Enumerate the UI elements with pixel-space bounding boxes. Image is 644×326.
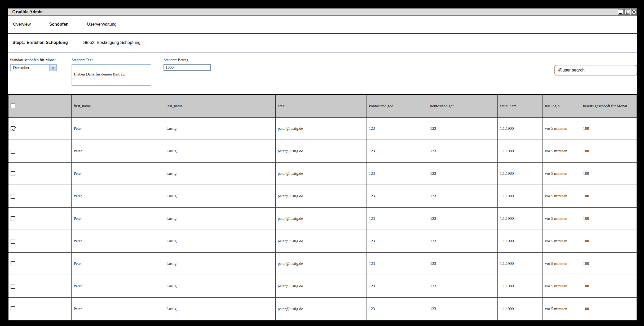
minimize-button[interactable] bbox=[618, 9, 624, 15]
standard-text-value: Lieben Dank für deinen Beitrag bbox=[74, 72, 125, 76]
table-column-header[interactable]: bereits geschöpft für Monat bbox=[581, 95, 637, 118]
cell-email: peter@lustig.de bbox=[276, 140, 367, 163]
cell-last-login: vor 5 minuten bbox=[543, 275, 581, 298]
user-table: first_namelast_nameemailkontostand gddko… bbox=[8, 94, 637, 320]
cell-email: peter@lustig.de bbox=[276, 253, 367, 275]
standard-text-textarea[interactable]: Lieben Dank für deinen Beitrag bbox=[72, 64, 151, 86]
table-column-header[interactable]: email bbox=[276, 95, 367, 118]
amount-input[interactable] bbox=[164, 64, 211, 71]
cell-first-name: Peter bbox=[72, 118, 164, 140]
cell-first-name: Peter bbox=[72, 208, 164, 230]
row-checkbox[interactable] bbox=[11, 261, 15, 266]
cell-kontostand-gdd: 123 bbox=[367, 208, 428, 230]
row-select-cell bbox=[8, 185, 72, 208]
cell-kontostand-gdt: 123 bbox=[428, 253, 498, 275]
row-checkbox[interactable] bbox=[11, 216, 15, 221]
chevron-down-icon[interactable] bbox=[49, 65, 56, 71]
cell-kontostand-gdd: 123 bbox=[367, 140, 428, 163]
cell-erstellt-am: 1.1.1900 bbox=[498, 208, 543, 230]
cell-last-name: Lustig bbox=[164, 253, 276, 275]
cell-kontostand-gdt: 123 bbox=[428, 298, 498, 320]
cell-last-name: Lustig bbox=[164, 208, 276, 230]
row-select-cell bbox=[8, 298, 72, 320]
cell-email: peter@lustig.de bbox=[276, 185, 367, 208]
cell-first-name: Peter bbox=[72, 140, 164, 163]
cell-last-login: vor 5 minuten bbox=[543, 118, 581, 140]
window-controls bbox=[618, 9, 637, 15]
row-select-cell bbox=[8, 208, 72, 230]
creation-form: Standart schöpfen für Monat Dezember Sta… bbox=[8, 52, 637, 94]
step2-tab[interactable]: Step2: Bestätigung Schöpfung bbox=[83, 40, 140, 45]
table-column-header[interactable] bbox=[8, 95, 72, 118]
cell-bereits-geschoepft: 100 bbox=[581, 253, 637, 275]
cell-first-name: Peter bbox=[72, 230, 164, 253]
month-select[interactable]: Dezember bbox=[10, 64, 57, 71]
cell-kontostand-gdd: 123 bbox=[367, 185, 428, 208]
cell-kontostand-gdd: 123 bbox=[367, 118, 428, 140]
cell-last-name: Lustig bbox=[164, 140, 276, 163]
month-select-value: Dezember bbox=[11, 65, 49, 71]
row-checkbox[interactable] bbox=[11, 284, 15, 289]
table-column-header[interactable]: erstellt am bbox=[498, 95, 543, 118]
row-checkbox[interactable] bbox=[11, 194, 15, 199]
cell-last-login: vor 5 minuten bbox=[543, 208, 581, 230]
user-search-input[interactable] bbox=[554, 65, 637, 75]
table-column-header[interactable]: last login bbox=[543, 95, 581, 118]
row-checkbox[interactable] bbox=[11, 171, 15, 176]
cell-bereits-geschoepft: 100 bbox=[581, 163, 637, 185]
cell-kontostand-gdd: 123 bbox=[367, 275, 428, 298]
cell-last-login: vor 5 minuten bbox=[543, 185, 581, 208]
row-select-cell bbox=[8, 163, 72, 185]
check-icon bbox=[11, 126, 16, 132]
cell-first-name: Peter bbox=[72, 298, 164, 320]
table-column-header[interactable]: kontostand gdt bbox=[428, 95, 498, 118]
cell-email: peter@lustig.de bbox=[276, 275, 367, 298]
step1-tab[interactable]: Step1: Erstellen Schöpfung bbox=[12, 40, 68, 45]
row-checkbox[interactable] bbox=[11, 126, 15, 131]
table-column-header[interactable]: first_name bbox=[72, 95, 164, 118]
cell-kontostand-gdt: 123 bbox=[428, 118, 498, 140]
month-select-label: Standart schöpfen für Monat bbox=[10, 58, 56, 62]
cell-kontostand-gdd: 123 bbox=[367, 253, 428, 275]
cell-erstellt-am: 1.1.1900 bbox=[498, 118, 543, 140]
cell-last-name: Lustig bbox=[164, 230, 276, 253]
cell-first-name: Peter bbox=[72, 275, 164, 298]
row-select-cell bbox=[8, 253, 72, 275]
cell-last-name: Lustig bbox=[164, 163, 276, 185]
row-checkbox[interactable] bbox=[11, 306, 15, 311]
tab-schoepfen[interactable]: Schöpfen bbox=[49, 22, 69, 27]
tab-overview[interactable]: Overview bbox=[13, 22, 31, 27]
cell-kontostand-gdt: 123 bbox=[428, 208, 498, 230]
tab-userverwaltung[interactable]: Userverwaltung bbox=[87, 22, 117, 27]
cell-kontostand-gdd: 123 bbox=[367, 163, 428, 185]
row-checkbox[interactable] bbox=[11, 239, 15, 244]
cell-bereits-geschoepft: 100 bbox=[581, 118, 637, 140]
cell-last-name: Lustig bbox=[164, 118, 276, 140]
cell-kontostand-gdt: 123 bbox=[428, 275, 498, 298]
cell-bereits-geschoepft: 100 bbox=[581, 140, 637, 163]
cell-email: peter@lustig.de bbox=[276, 208, 367, 230]
cell-first-name: Peter bbox=[72, 253, 164, 275]
cell-email: peter@lustig.de bbox=[276, 163, 367, 185]
close-icon bbox=[632, 10, 636, 14]
cell-erstellt-am: 1.1.1900 bbox=[498, 253, 543, 275]
select-all-checkbox[interactable] bbox=[11, 104, 15, 108]
cell-kontostand-gdt: 123 bbox=[428, 185, 498, 208]
app-window: Gradido Admin Overview Schöpfen Userverw… bbox=[7, 8, 638, 321]
cell-last-login: vor 5 minuten bbox=[543, 253, 581, 275]
cell-bereits-geschoepft: 100 bbox=[581, 208, 637, 230]
cell-last-name: Lustig bbox=[164, 185, 276, 208]
row-select-cell bbox=[8, 118, 72, 140]
close-button[interactable] bbox=[631, 9, 637, 15]
cell-kontostand-gdt: 123 bbox=[428, 140, 498, 163]
maximize-button[interactable] bbox=[624, 9, 630, 15]
titlebar: Gradido Admin bbox=[8, 8, 637, 16]
cell-bereits-geschoepft: 100 bbox=[581, 230, 637, 253]
row-select-cell bbox=[8, 275, 72, 298]
table-column-header[interactable]: last_name bbox=[164, 95, 276, 118]
row-checkbox[interactable] bbox=[11, 149, 15, 154]
table-column-header[interactable]: kontostand gdd bbox=[367, 95, 428, 118]
cell-last-login: vor 5 minuten bbox=[543, 298, 581, 320]
window-title: Gradido Admin bbox=[8, 9, 43, 15]
cell-last-name: Lustig bbox=[164, 275, 276, 298]
